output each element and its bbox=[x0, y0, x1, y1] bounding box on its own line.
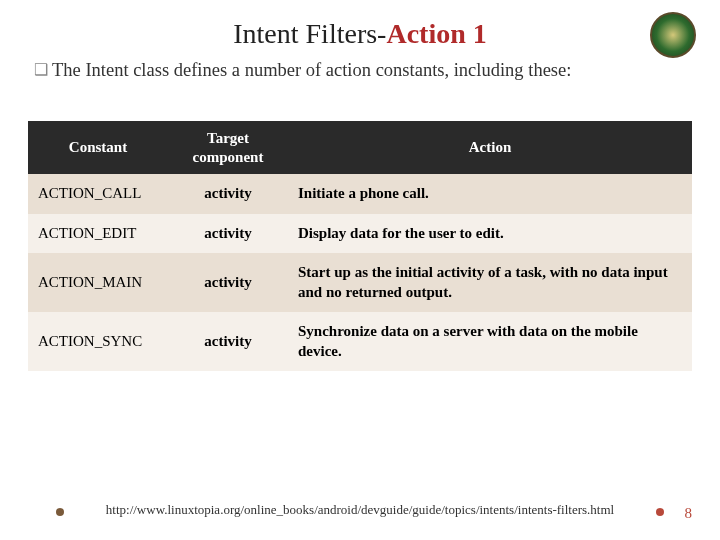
table-row: ACTION_EDIT activity Display data for th… bbox=[28, 214, 692, 254]
table-row: ACTION_CALL activity Initiate a phone ca… bbox=[28, 174, 692, 214]
square-bullet-icon: ❑ bbox=[34, 59, 48, 81]
actions-table: Constant Target component Action ACTION_… bbox=[28, 121, 692, 372]
col-target: Target component bbox=[168, 121, 288, 175]
cell-action: Display data for the user to edit. bbox=[288, 214, 692, 254]
cell-constant: ACTION_MAIN bbox=[28, 253, 168, 312]
slide-title: Intent Filters-Action 1 bbox=[28, 18, 692, 50]
intro-paragraph: ❑The Intent class defines a number of ac… bbox=[34, 58, 692, 83]
footer: http://www.linuxtopia.org/online_books/a… bbox=[0, 502, 720, 518]
cell-target: activity bbox=[168, 253, 288, 312]
cell-target: activity bbox=[168, 174, 288, 214]
university-seal-icon bbox=[650, 12, 696, 58]
table-row: ACTION_MAIN activity Start up as the ini… bbox=[28, 253, 692, 312]
cell-action: Start up as the initial activity of a ta… bbox=[288, 253, 692, 312]
title-text: Intent Filters- bbox=[233, 18, 386, 49]
footer-url: http://www.linuxtopia.org/online_books/a… bbox=[106, 502, 614, 517]
intro-text: The Intent class defines a number of act… bbox=[52, 60, 571, 80]
cell-action: Initiate a phone call. bbox=[288, 174, 692, 214]
title-accent: Action 1 bbox=[386, 18, 486, 49]
cell-action: Synchronize data on a server with data o… bbox=[288, 312, 692, 371]
cell-constant: ACTION_CALL bbox=[28, 174, 168, 214]
cell-constant: ACTION_SYNC bbox=[28, 312, 168, 371]
cell-target: activity bbox=[168, 312, 288, 371]
decorative-dot-icon bbox=[56, 508, 64, 516]
decorative-dot-icon bbox=[656, 508, 664, 516]
table-row: ACTION_SYNC activity Synchronize data on… bbox=[28, 312, 692, 371]
page-number: 8 bbox=[685, 505, 693, 522]
table-header-row: Constant Target component Action bbox=[28, 121, 692, 175]
col-constant: Constant bbox=[28, 121, 168, 175]
col-action: Action bbox=[288, 121, 692, 175]
cell-target: activity bbox=[168, 214, 288, 254]
cell-constant: ACTION_EDIT bbox=[28, 214, 168, 254]
